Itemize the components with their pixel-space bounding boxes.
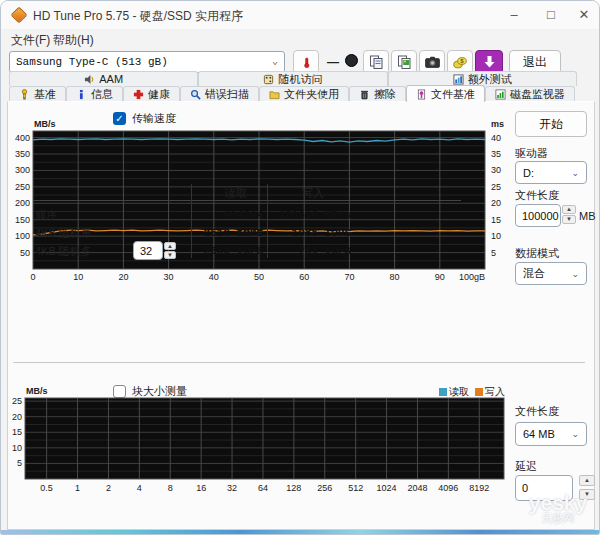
svg-text:20: 20 <box>118 272 128 282</box>
svg-text:4: 4 <box>137 483 142 493</box>
folder-usage-icon <box>269 89 280 100</box>
stepper-down-icon[interactable]: ▼ <box>579 489 595 500</box>
temperature-unit-icon <box>345 54 358 67</box>
row-label-sequential: 顺序 <box>35 206 145 224</box>
svg-text:350: 350 <box>15 149 30 159</box>
queue-depth-stepper[interactable]: ▲▼ <box>164 242 176 259</box>
tab-error-scan[interactable]: 错误扫描 <box>180 86 259 102</box>
benchmark-icon <box>19 89 30 100</box>
health-icon <box>133 89 144 100</box>
svg-text:16: 16 <box>196 483 206 493</box>
info-icon <box>76 89 87 100</box>
stepper-down-icon[interactable]: ▼ <box>562 215 576 224</box>
close-button[interactable]: ✕ <box>569 5 599 25</box>
tab-health[interactable]: 健康 <box>123 86 180 102</box>
drive-value: D: <box>523 167 534 179</box>
file-length-input[interactable]: 100000 <box>515 204 561 227</box>
money-icon: $ <box>453 56 467 69</box>
tab-aam[interactable]: AAM <box>9 71 198 86</box>
minimize-button[interactable]: – <box>499 5 529 25</box>
svg-text:25: 25 <box>491 182 501 192</box>
stepper-up-icon[interactable]: ▲ <box>164 242 176 250</box>
svg-text:70: 70 <box>344 272 354 282</box>
start-button[interactable]: 开始 <box>515 111 587 137</box>
svg-text:2: 2 <box>106 483 111 493</box>
delay-stepper[interactable]: ▲ ▼ <box>579 475 595 500</box>
svg-text:5: 5 <box>491 248 496 258</box>
svg-text:30: 30 <box>164 272 174 282</box>
file-length-stepper[interactable]: ▲ ▼ <box>562 205 576 224</box>
svg-text:100gB: 100gB <box>459 272 485 282</box>
erase-icon <box>359 89 370 100</box>
tab-row-secondary: AAM随机访问额外测试 <box>9 71 577 86</box>
svg-text:400: 400 <box>15 133 30 143</box>
tab-label: 健康 <box>148 87 170 102</box>
tab-label: AAM <box>99 73 123 85</box>
tab-benchmark[interactable]: 基准 <box>9 86 66 102</box>
svg-text:2048: 2048 <box>407 483 427 493</box>
file-length-label: 文件长度 <box>515 188 559 203</box>
stepper-up-icon[interactable]: ▲ <box>579 475 595 486</box>
block-size-chart: 5101520250.51248163264128256512102420484… <box>5 385 519 501</box>
copy-text-icon <box>369 55 383 69</box>
svg-text:20: 20 <box>491 198 501 208</box>
table-divider <box>267 184 268 258</box>
read-value-random-4kb-single: 2519 IOPS <box>193 224 263 242</box>
block-file-length-dropdown[interactable]: 64 MB ⌄ <box>515 422 587 446</box>
file-length-value: 100000 <box>522 210 559 222</box>
file-benchmark-icon <box>416 89 427 100</box>
row-label-random-4kb-multi: 4KB 随机多 <box>35 242 145 260</box>
drive-dropdown[interactable]: D: ⌄ <box>515 161 587 184</box>
svg-text:30: 30 <box>491 165 501 175</box>
title-bar[interactable]: HD Tune Pro 5.75 - 硬盘/SSD 实用程序 – □ ✕ <box>1 1 599 29</box>
write-value-sequential: 120616 KB/s <box>269 206 351 224</box>
stepper-down-icon[interactable]: ▼ <box>164 251 176 259</box>
svg-text:8: 8 <box>168 483 173 493</box>
chevron-down-icon: ⌄ <box>571 168 579 178</box>
queue-depth-input[interactable]: 32 <box>133 241 163 260</box>
menu-help[interactable]: 帮助(H) <box>53 32 94 49</box>
svg-text:35: 35 <box>491 149 501 159</box>
tab-erase[interactable]: 擦除 <box>349 86 406 102</box>
delay-label: 延迟 <box>515 459 537 474</box>
menu-bar: 文件(F) 帮助(H) <box>1 29 599 49</box>
data-mode-dropdown[interactable]: 混合 ⌄ <box>515 262 587 285</box>
tab-random-access[interactable]: 随机访问 <box>198 71 387 86</box>
delay-input[interactable]: 0 <box>515 475 573 501</box>
chevron-down-icon: ⌄ <box>571 269 579 279</box>
tab-label: 擦除 <box>374 87 396 102</box>
chevron-down-icon: ⌄ <box>571 429 579 439</box>
app-window: HD Tune Pro 5.75 - 硬盘/SSD 实用程序 – □ ✕ 文件(… <box>0 0 600 535</box>
svg-text:80: 80 <box>390 272 400 282</box>
tab-file-benchmark[interactable]: 文件基准 <box>406 85 485 102</box>
download-arrow-icon <box>483 55 496 69</box>
maximize-button[interactable]: □ <box>536 5 566 25</box>
data-mode-label: 数据模式 <box>515 246 559 261</box>
table-divider <box>191 184 192 258</box>
drive-selector-dropdown[interactable]: Samsung Type-C (513 gB) ⌄ <box>9 51 285 73</box>
tab-label: 文件基准 <box>431 87 475 102</box>
file-length-unit: MB <box>579 210 596 222</box>
svg-text:40: 40 <box>491 133 501 143</box>
benchmark-results-table: 读取写入顺序404364 KB/s120616 KB/s4KB 随机单2519 … <box>27 184 467 264</box>
svg-text:0: 0 <box>30 272 35 282</box>
tab-disk-monitor[interactable]: 磁盘监视器 <box>485 86 575 102</box>
svg-text:128: 128 <box>286 483 301 493</box>
svg-text:10: 10 <box>491 231 501 241</box>
tab-info[interactable]: 信息 <box>66 86 123 102</box>
block-file-length-value: 64 MB <box>523 428 555 440</box>
svg-text:32: 32 <box>227 483 237 493</box>
copy-image-icon <box>397 55 411 69</box>
tab-extra-tests[interactable]: 额外测试 <box>388 71 577 86</box>
svg-text:90: 90 <box>435 272 445 282</box>
menu-file[interactable]: 文件(F) <box>11 32 50 49</box>
error-scan-icon <box>190 89 201 100</box>
tab-folder-usage[interactable]: 文件夹使用 <box>259 86 349 102</box>
camera-icon <box>425 56 440 68</box>
aam-icon <box>84 74 95 85</box>
tab-label: 随机访问 <box>278 72 322 87</box>
temperature-value: — <box>327 55 339 69</box>
svg-text:512: 512 <box>348 483 363 493</box>
svg-text:4096: 4096 <box>438 483 458 493</box>
stepper-up-icon[interactable]: ▲ <box>562 205 576 214</box>
